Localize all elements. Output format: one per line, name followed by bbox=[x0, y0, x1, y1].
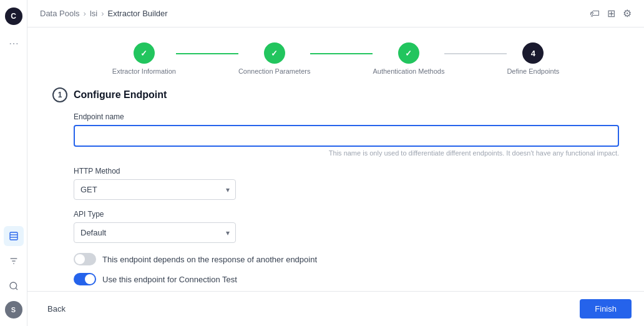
finish-button[interactable]: Finish bbox=[580, 299, 632, 319]
sidebar: C ⋯ S bbox=[0, 0, 27, 326]
toggle-connection-knob bbox=[85, 274, 95, 284]
step-authentication-methods: ✓ Authentication Methods bbox=[373, 42, 444, 75]
sidebar-icon-search[interactable] bbox=[4, 276, 24, 296]
settings-icon[interactable]: ⚙ bbox=[623, 7, 632, 19]
http-method-group: HTTP Method GET POST PUT DELETE PATCH ▾ bbox=[74, 167, 619, 200]
connector-2-3 bbox=[310, 53, 373, 54]
http-method-label: HTTP Method bbox=[74, 167, 619, 175]
breadcrumb-sep-2: › bbox=[101, 9, 104, 18]
toggle-depends-row: This endpoint depends on the response of… bbox=[74, 253, 619, 265]
section-1-number: 1 bbox=[52, 87, 67, 102]
app-logo: C bbox=[5, 7, 22, 25]
connector-3-4 bbox=[444, 53, 507, 54]
endpoint-name-label: Endpoint name bbox=[74, 112, 619, 121]
api-type-group: API Type Default GraphQL REST ▾ bbox=[74, 210, 619, 243]
endpoint-name-group: Endpoint name This name is only used to … bbox=[74, 112, 619, 157]
svg-rect-0 bbox=[10, 232, 17, 240]
content-area: 1 Configure Endpoint Endpoint name This … bbox=[27, 87, 644, 291]
user-avatar[interactable]: S bbox=[5, 301, 22, 319]
step-3-label: Authentication Methods bbox=[373, 67, 444, 75]
breadcrumb-lsi[interactable]: lsi bbox=[90, 9, 97, 18]
step-connection-parameters: ✓ Connection Parameters bbox=[238, 42, 311, 75]
toggle-connection-row: Use this endpoint for Connection Test bbox=[74, 273, 619, 285]
toggle-depends[interactable] bbox=[74, 253, 96, 265]
step-1-circle: ✓ bbox=[134, 42, 155, 64]
svg-point-6 bbox=[10, 282, 17, 289]
api-type-label: API Type bbox=[74, 210, 619, 219]
configure-endpoint-header: 1 Configure Endpoint bbox=[52, 87, 619, 102]
breadcrumb-data-pools[interactable]: Data Pools bbox=[40, 9, 80, 18]
footer: Back Finish bbox=[27, 291, 644, 326]
header: Data Pools › lsi › Extractor Builder 🏷 ⊞… bbox=[27, 0, 644, 27]
main-content: Data Pools › lsi › Extractor Builder 🏷 ⊞… bbox=[27, 0, 644, 326]
configure-endpoint-section: 1 Configure Endpoint Endpoint name This … bbox=[52, 87, 619, 291]
sidebar-menu-dots[interactable]: ⋯ bbox=[9, 37, 19, 49]
step-2-circle: ✓ bbox=[264, 42, 285, 64]
tag-icon[interactable]: 🏷 bbox=[590, 8, 600, 19]
back-button[interactable]: Back bbox=[40, 299, 73, 319]
step-3-circle: ✓ bbox=[398, 42, 419, 64]
configure-endpoint-title: Configure Endpoint bbox=[74, 89, 167, 101]
http-method-select-wrapper: GET POST PUT DELETE PATCH ▾ bbox=[74, 179, 236, 200]
breadcrumb-current: Extractor Builder bbox=[108, 9, 168, 18]
api-type-select-wrapper: Default GraphQL REST ▾ bbox=[74, 222, 236, 243]
toggle-depends-label: This endpoint depends on the response of… bbox=[102, 255, 317, 264]
endpoint-name-input[interactable] bbox=[74, 125, 619, 147]
stepper: ✓ Extractor Information ✓ Connection Par… bbox=[27, 27, 644, 87]
sidebar-icon-filter[interactable] bbox=[4, 251, 24, 271]
step-4-label: Define Endpoints bbox=[507, 67, 559, 75]
step-extractor-information: ✓ Extractor Information bbox=[112, 42, 176, 75]
step-define-endpoints: 4 Define Endpoints bbox=[507, 42, 559, 75]
toggle-depends-knob bbox=[75, 254, 85, 264]
svg-line-7 bbox=[16, 288, 17, 290]
breadcrumb: Data Pools › lsi › Extractor Builder bbox=[40, 9, 168, 18]
toggle-connection[interactable] bbox=[74, 273, 96, 285]
http-method-select[interactable]: GET POST PUT DELETE PATCH bbox=[74, 179, 236, 200]
step-1-label: Extractor Information bbox=[112, 67, 176, 75]
header-actions: 🏷 ⊞ ⚙ bbox=[590, 7, 632, 19]
breadcrumb-sep-1: › bbox=[84, 9, 86, 18]
step-4-circle: 4 bbox=[522, 42, 544, 64]
api-type-select[interactable]: Default GraphQL REST bbox=[74, 222, 236, 243]
sidebar-icon-list[interactable] bbox=[4, 226, 24, 246]
connector-1-2 bbox=[176, 53, 238, 54]
step-2-label: Connection Parameters bbox=[238, 67, 311, 75]
grid-icon[interactable]: ⊞ bbox=[607, 7, 615, 19]
endpoint-name-hint: This name is only used to differentiate … bbox=[74, 149, 619, 157]
toggle-connection-label: Use this endpoint for Connection Test bbox=[102, 275, 237, 284]
